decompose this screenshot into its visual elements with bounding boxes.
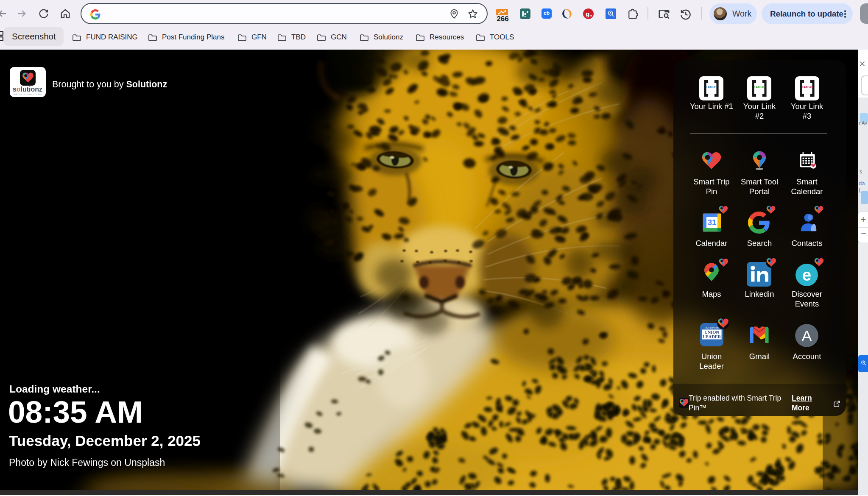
svg-text:solutionz: solutionz [13,86,42,93]
svg-text:—: — [759,93,760,95]
svg-text:31: 31 [708,218,716,227]
svg-text:—: — [807,93,808,95]
svg-text:LEADER: LEADER [703,334,721,339]
svg-text:A B L U E T O O T H F U T U: A B L U E T O O T H F U T U R E [14,93,41,95]
svg-text:LINK #3: LINK #3 [802,85,813,89]
svg-text:A: A [802,327,812,344]
svg-text:—: — [711,93,712,95]
svg-text:LINK #2: LINK #2 [754,85,765,89]
svg-text:e: e [802,266,811,284]
svg-text:LINK #1: LINK #1 [706,85,717,89]
svg-text:g: g [586,10,589,17]
